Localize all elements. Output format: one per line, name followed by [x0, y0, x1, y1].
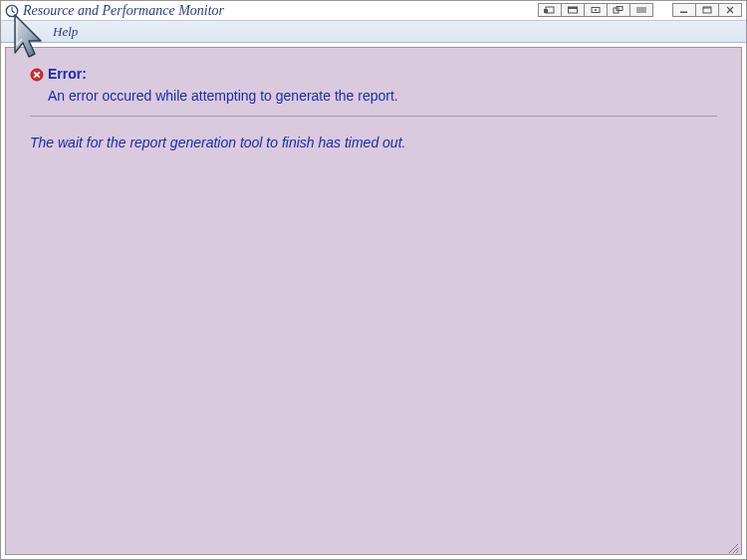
maximize-button[interactable] — [695, 3, 719, 17]
window-title: Resource and Performance Monitor — [23, 3, 224, 19]
error-icon — [30, 68, 44, 82]
error-header: Error: — [30, 66, 717, 82]
content-wrap: Error: An error occured while attempting… — [1, 43, 746, 559]
svg-rect-6 — [569, 7, 578, 9]
menu-help[interactable]: Help — [45, 22, 86, 42]
toolbar-button-2[interactable] — [561, 3, 585, 17]
titlebar[interactable]: Resource and Performance Monitor — [1, 1, 746, 21]
resize-grip-icon[interactable] — [727, 540, 739, 552]
toolbar-button-1[interactable] — [538, 3, 562, 17]
titlebar-buttons — [539, 3, 742, 17]
toolbar-button-5[interactable] — [629, 3, 653, 17]
svg-rect-14 — [680, 12, 687, 14]
error-detail: The wait for the report generation tool … — [30, 135, 717, 150]
window-frame: Resource and Performance Monitor — [0, 0, 747, 560]
minimize-button[interactable] — [672, 3, 696, 17]
toolbar-button-4[interactable] — [607, 3, 630, 17]
svg-line-24 — [736, 551, 738, 553]
error-message: An error occured while attempting to gen… — [48, 88, 717, 104]
content-panel: Error: An error occured while attempting… — [5, 47, 742, 555]
divider — [30, 116, 717, 117]
error-label: Error: — [48, 66, 87, 82]
toolbar-button-3[interactable] — [584, 3, 608, 17]
app-icon — [5, 4, 19, 18]
svg-point-8 — [595, 9, 597, 11]
close-button[interactable] — [718, 3, 742, 17]
menubar: Help — [1, 21, 746, 43]
svg-line-2 — [12, 11, 15, 13]
svg-rect-4 — [544, 9, 548, 13]
